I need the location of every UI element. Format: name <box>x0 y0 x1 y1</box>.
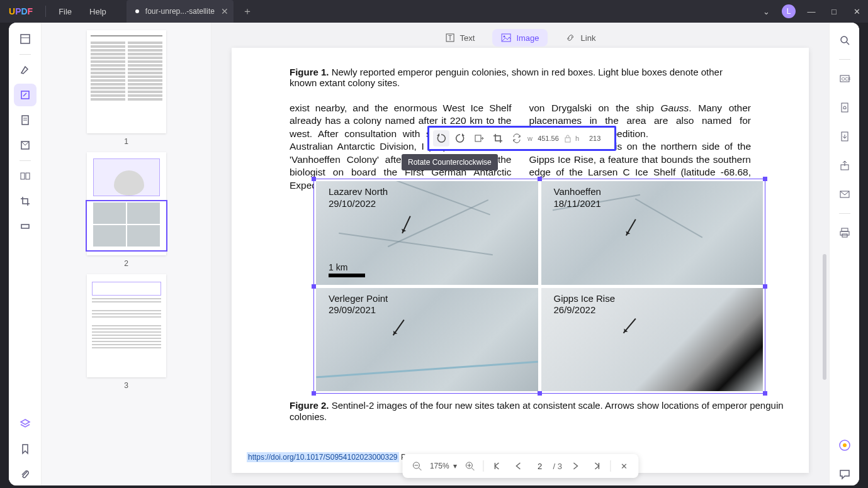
dropdown-icon[interactable]: ⌄ <box>755 0 777 23</box>
menu-help[interactable]: Help <box>81 7 115 16</box>
window-close-icon[interactable]: ✕ <box>845 0 868 23</box>
thumbnail-page-3[interactable] <box>87 274 166 377</box>
svg-rect-14 <box>475 135 481 141</box>
rotate-ccw-button[interactable] <box>433 130 449 147</box>
chevron-down-icon: ▾ <box>453 462 457 470</box>
new-tab-button[interactable]: ＋ <box>242 5 252 18</box>
share-icon[interactable] <box>833 154 856 177</box>
tab-modified-dot <box>135 9 139 13</box>
zoom-select[interactable]: 175% ▾ <box>430 462 457 470</box>
edit-mode-text[interactable]: T Text <box>436 29 484 47</box>
left-toolbar <box>9 23 42 485</box>
menu-file[interactable]: File <box>50 7 81 16</box>
doi-link[interactable]: https://doi.org/10.1017/S095410202300032… <box>247 452 399 462</box>
lock-aspect-icon[interactable] <box>564 134 573 143</box>
svg-rect-31 <box>842 228 848 231</box>
window-minimize-icon[interactable]: ― <box>800 0 823 23</box>
svg-rect-15 <box>565 138 570 142</box>
resize-handle[interactable] <box>312 391 316 396</box>
right-toolbar: OCR <box>829 23 859 485</box>
edit-mode-link[interactable]: Link <box>557 29 605 47</box>
svg-text:T: T <box>448 35 452 42</box>
edit-tool-icon[interactable] <box>14 84 37 106</box>
height-input[interactable] <box>582 135 608 142</box>
svg-text:OCR: OCR <box>842 77 850 81</box>
width-field: w <box>527 135 561 142</box>
tab-close-icon[interactable]: ✕ <box>221 6 228 16</box>
width-input[interactable] <box>535 135 561 142</box>
resize-handle[interactable] <box>763 284 767 289</box>
ai-icon[interactable] <box>833 434 856 457</box>
vertical-scrollbar[interactable] <box>823 254 826 380</box>
redact-tool-icon[interactable] <box>14 215 37 238</box>
svg-point-35 <box>843 443 847 447</box>
svg-line-20 <box>472 468 475 470</box>
svg-line-17 <box>419 468 421 470</box>
thumbnail-page-1[interactable] <box>87 30 166 133</box>
resize-handle[interactable] <box>312 177 316 181</box>
zoom-in-button[interactable] <box>462 458 478 474</box>
rotate-cw-button[interactable] <box>452 130 468 147</box>
edit-mode-image[interactable]: Image <box>492 29 548 47</box>
figure-1-caption: Figure 1. Newly reported emperor penguin… <box>290 67 751 88</box>
last-page-button[interactable] <box>589 458 605 474</box>
svg-rect-32 <box>840 231 849 235</box>
resize-handle[interactable] <box>763 177 767 181</box>
image-edit-toolbar: w h <box>427 126 616 151</box>
layers-icon[interactable] <box>14 413 37 435</box>
comment-icon[interactable] <box>833 463 856 485</box>
resize-handle[interactable] <box>538 391 542 396</box>
height-field: h <box>575 135 608 142</box>
prev-page-button[interactable] <box>510 458 527 474</box>
highlight-tool-icon[interactable] <box>14 58 37 81</box>
svg-rect-9 <box>21 225 29 228</box>
page-input[interactable] <box>532 462 548 471</box>
protect-icon[interactable] <box>833 96 856 119</box>
pdf-page[interactable]: Figure 1. Newly reported emperor penguin… <box>232 48 809 473</box>
replace-image-button[interactable] <box>509 130 525 147</box>
attachment-icon[interactable] <box>14 463 37 485</box>
crop-image-button[interactable] <box>490 130 506 147</box>
email-icon[interactable] <box>833 183 856 206</box>
app-logo: UPDF <box>0 6 42 16</box>
resize-handle[interactable] <box>538 177 542 181</box>
svg-rect-7 <box>21 173 25 179</box>
close-controls-button[interactable]: ✕ <box>616 458 632 474</box>
page-total: / 3 <box>553 462 562 471</box>
export-icon[interactable] <box>833 125 856 148</box>
resize-handle[interactable] <box>763 391 767 396</box>
organize-tool-icon[interactable] <box>14 165 37 187</box>
print-icon[interactable] <box>833 221 856 244</box>
first-page-button[interactable] <box>489 458 505 474</box>
thumb-page-num-2: 2 <box>124 259 128 268</box>
svg-point-13 <box>504 36 505 38</box>
extract-image-button[interactable] <box>471 130 487 147</box>
zoom-out-button[interactable] <box>409 458 425 474</box>
svg-rect-8 <box>26 173 30 179</box>
window-maximize-icon[interactable]: □ <box>823 0 845 23</box>
thumb-page-num-1: 1 <box>124 137 128 146</box>
thumbnail-page-2[interactable] <box>87 152 166 255</box>
search-icon[interactable] <box>833 29 856 52</box>
thumbnail-panel: 1 2 3 <box>42 23 211 485</box>
form-tool-icon[interactable] <box>14 134 37 157</box>
selected-image[interactable]: Lazarev North29/10/2022 1 km Vanhoeffen1… <box>313 179 765 394</box>
resize-handle[interactable] <box>312 284 316 289</box>
document-viewport: T Text Image Link Figure 1. Newly report… <box>211 23 829 485</box>
ocr-icon[interactable]: OCR <box>833 67 856 90</box>
sat-image-vanhoeffen: Vanhoeffen18/11/2021 <box>541 181 764 285</box>
user-avatar[interactable]: L <box>777 0 800 23</box>
page-tool-icon[interactable] <box>14 109 37 131</box>
next-page-button[interactable] <box>567 458 583 474</box>
svg-rect-27 <box>842 103 848 112</box>
page-controls: 175% ▾ / 3 ✕ <box>402 454 638 478</box>
svg-rect-0 <box>21 35 30 43</box>
crop-tool-icon[interactable] <box>14 190 37 213</box>
thumb-page-num-3: 3 <box>124 381 128 390</box>
bookmark-icon[interactable] <box>14 438 37 460</box>
sat-image-gipps: Gipps Ice Rise26/9/2022 <box>541 288 764 392</box>
sat-image-lazarev: Lazarev North29/10/2022 1 km <box>316 181 538 285</box>
thumbnails-icon[interactable] <box>14 28 37 50</box>
figure-2-caption: Figure 2. Sentinel-2 images of the four … <box>290 400 809 423</box>
document-tab[interactable]: four-unrep...-satellite ✕ <box>127 0 234 23</box>
